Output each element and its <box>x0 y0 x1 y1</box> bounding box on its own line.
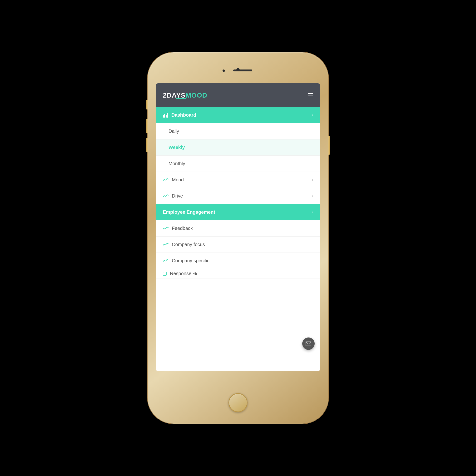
mood-label: Mood <box>172 177 312 183</box>
feedback-label: Feedback <box>172 226 313 231</box>
nav-item-feedback[interactable]: Feedback <box>156 221 320 237</box>
logo-text: 2DAYSMOOD <box>163 92 207 99</box>
front-sensor <box>222 69 225 72</box>
dashboard-icon <box>163 113 168 118</box>
weekly-label: Weekly <box>169 145 313 150</box>
home-button[interactable] <box>228 393 248 412</box>
mute-button <box>146 100 148 109</box>
hamburger-line-3 <box>308 97 313 97</box>
app-header: 2DAYSMOOD <box>156 83 320 107</box>
hamburger-line-1 <box>308 93 313 94</box>
company-focus-label: Company focus <box>172 242 313 247</box>
logo-prefix: 2DAYS <box>163 92 186 99</box>
phone-device: 2DAYSMOOD <box>148 52 328 424</box>
nav-item-dashboard[interactable]: Dashboard ‹ <box>156 107 320 123</box>
drive-chevron: ‹ <box>312 193 313 199</box>
phone-screen: 2DAYSMOOD <box>156 83 320 371</box>
nav-item-monthly[interactable]: Monthly <box>156 156 320 172</box>
nav-item-drive[interactable]: Drive ‹ <box>156 188 320 204</box>
volume-down-button <box>146 138 148 152</box>
volume-up-button <box>146 119 148 133</box>
company-focus-trend-icon <box>163 243 169 247</box>
app-logo: 2DAYSMOOD <box>163 92 207 99</box>
nav-item-company-focus[interactable]: Company focus <box>156 237 320 253</box>
phone-speaker <box>233 69 252 71</box>
nav-item-daily[interactable]: Daily <box>156 123 320 139</box>
logo-suffix: MOOD <box>186 92 207 99</box>
drive-trend-icon <box>163 194 169 198</box>
mood-trend-icon <box>163 178 169 182</box>
monthly-label: Monthly <box>169 161 313 166</box>
nav-item-weekly[interactable]: Weekly <box>156 139 320 156</box>
hamburger-line-2 <box>308 95 313 95</box>
company-specific-label: Company specific <box>172 258 313 263</box>
nav-item-mood[interactable]: Mood ‹ <box>156 172 320 188</box>
employee-engagement-chevron: ‹ <box>312 210 313 215</box>
dashboard-label: Dashboard <box>171 112 312 118</box>
menu-list: Dashboard ‹ Daily Weekly Monthly <box>156 107 320 371</box>
power-button <box>328 136 330 155</box>
mood-chevron: ‹ <box>312 177 313 182</box>
hamburger-menu-button[interactable] <box>308 93 313 97</box>
daily-label: Daily <box>169 129 313 134</box>
drive-label: Drive <box>172 193 312 199</box>
dashboard-chevron: ‹ <box>312 113 313 118</box>
company-specific-trend-icon <box>163 259 169 263</box>
nav-item-company-specific[interactable]: Company specific <box>156 253 320 269</box>
response-checkbox-icon <box>163 272 167 276</box>
mail-fab-button[interactable] <box>302 338 315 350</box>
nav-item-employee-engagement[interactable]: Employee Engagement ‹ <box>156 204 320 221</box>
response-label: Response % <box>170 271 313 276</box>
feedback-trend-icon <box>163 227 169 230</box>
employee-engagement-label: Employee Engagement <box>163 209 312 215</box>
nav-item-response-percent[interactable]: Response % <box>156 269 320 278</box>
